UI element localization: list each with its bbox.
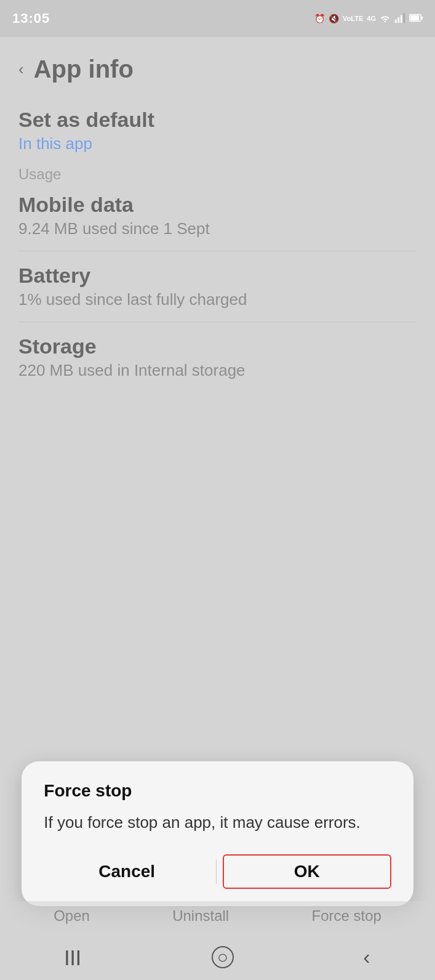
signal-bars-icon [394, 12, 405, 25]
dialog-message: If you force stop an app, it may cause e… [44, 811, 391, 835]
status-time: 13:05 [12, 10, 50, 26]
status-bar: 13:05 ⏰ 🔇 VoLTE 4G [0, 0, 435, 37]
battery-icon [409, 14, 423, 24]
cancel-button[interactable]: Cancel [44, 856, 210, 888]
dialog-title: Force stop [44, 781, 391, 801]
open-button[interactable]: Open [54, 907, 90, 925]
dialog-button-divider [216, 859, 217, 884]
svg-rect-0 [395, 19, 397, 22]
uninstall-button[interactable]: Uninstall [172, 907, 229, 925]
dialog-overlay: Force stop If you force stop an app, it … [0, 37, 435, 980]
status-icons: ⏰ 🔇 VoLTE 4G [314, 12, 423, 25]
wifi-icon [380, 12, 391, 25]
app-info-screen: ‹ App info Set as default In this app Us… [0, 37, 435, 980]
mute-icon: 🔇 [329, 14, 339, 23]
svg-rect-1 [397, 17, 399, 23]
svg-rect-5 [410, 15, 419, 20]
nav-bar: ||| ○ ‹ [0, 934, 435, 980]
svg-rect-6 [421, 16, 423, 19]
volte-icon: VoLTE [343, 15, 363, 22]
force-stop-dialog: Force stop If you force stop an app, it … [22, 761, 413, 906]
nav-back-icon[interactable]: ‹ [363, 945, 370, 969]
nav-menu-icon[interactable]: ||| [65, 947, 82, 966]
ok-button[interactable]: OK [223, 854, 391, 889]
signal-4g-icon: 4G [367, 15, 376, 22]
nav-home-icon[interactable]: ○ [212, 946, 234, 968]
svg-rect-3 [403, 12, 405, 22]
bottom-actions-bar: Open Uninstall Force stop [0, 901, 435, 931]
force-stop-button[interactable]: Force stop [311, 907, 381, 925]
svg-rect-2 [401, 15, 402, 23]
alarm-icon: ⏰ [314, 14, 325, 23]
dialog-buttons: Cancel OK [44, 854, 391, 889]
